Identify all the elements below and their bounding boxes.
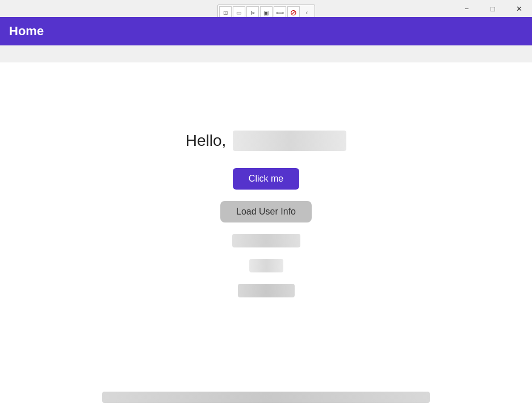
hello-text: Hello, — [186, 132, 227, 150]
app-header: Home — [0, 17, 532, 45]
bottom-bar — [102, 392, 430, 403]
click-me-button[interactable]: Click me — [233, 168, 299, 190]
load-user-button[interactable]: Load User Info — [220, 201, 312, 222]
skeleton-row-1 — [232, 234, 300, 247]
app-title: Home — [9, 24, 44, 39]
hello-row: Hello, — [186, 131, 347, 151]
skeleton-row-3 — [238, 284, 295, 297]
skeleton-row-2 — [249, 259, 283, 272]
maximize-button[interactable]: □ — [480, 0, 506, 17]
window-titlebar: − □ ✕ — [454, 0, 532, 17]
minimize-button[interactable]: − — [454, 0, 480, 17]
main-content: Hello, Click me Load User Info — [0, 62, 532, 420]
username-placeholder — [233, 131, 346, 151]
close-button[interactable]: ✕ — [506, 0, 532, 17]
